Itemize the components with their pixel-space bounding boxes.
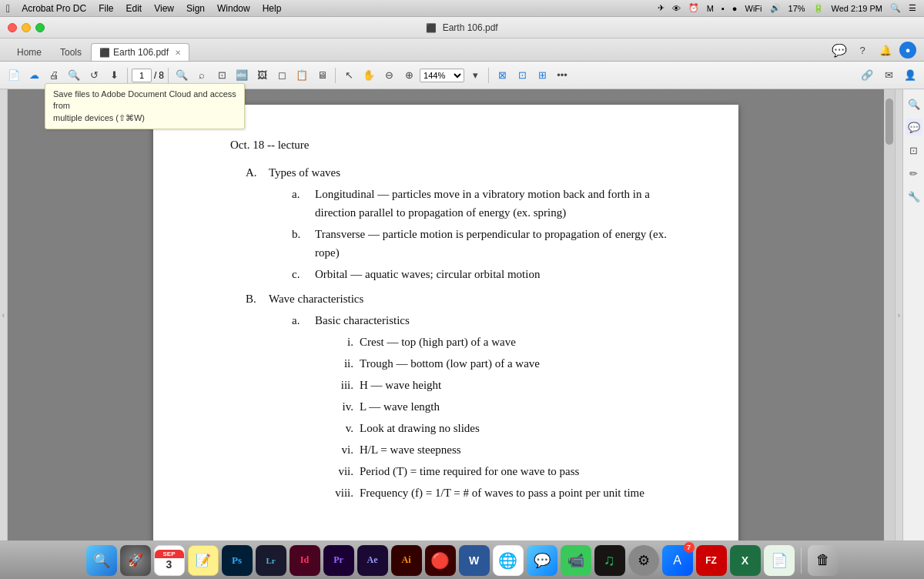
ocr-btn[interactable]: 🔤 — [233, 66, 251, 85]
hand-tool[interactable]: ✋ — [360, 66, 378, 85]
zoom-level-select[interactable]: 144% 100% 150% 200% 75% — [420, 69, 464, 82]
dock-system-prefs[interactable]: ⚙ — [628, 545, 659, 576]
notification-icon[interactable]: 🔔 — [876, 41, 895, 59]
dock-trash[interactable]: 🗑 — [808, 545, 839, 576]
organize-btn[interactable]: ⊞ — [533, 66, 551, 85]
page-number-input[interactable] — [132, 69, 152, 82]
apple-menu[interactable]:  — [6, 2, 10, 15]
left-panel-toggle[interactable]: ‹ — [0, 89, 8, 541]
separator-3 — [335, 68, 336, 83]
link-btn[interactable]: 🔗 — [858, 66, 876, 85]
user-avatar[interactable]: ● — [899, 42, 916, 59]
view-toggle-btn[interactable]: ⊡ — [906, 142, 922, 159]
item-b-text: Transverse — particle motion is perpendi… — [315, 225, 692, 262]
roman-item-vi: vi. H/L = wave steepness — [323, 440, 692, 459]
menubar-edit[interactable]: Edit — [121, 3, 148, 14]
scrollbar[interactable] — [884, 89, 895, 541]
dock-after-effects[interactable]: Ae — [357, 545, 388, 576]
datetime: Wed 2:19 PM — [832, 4, 882, 13]
cursor-tool[interactable]: ↖ — [340, 66, 358, 85]
dock-calendar[interactable]: SEP 3 — [154, 545, 185, 576]
crop-btn[interactable]: ⊠ — [493, 66, 511, 85]
menubar-sign[interactable]: Sign — [181, 3, 210, 14]
screen-btn[interactable]: 🖥 — [313, 66, 331, 85]
dock-messages[interactable]: 💬 — [527, 545, 557, 576]
wifi-icon: WiFi — [745, 4, 762, 13]
scrollbar-thumb[interactable] — [886, 99, 893, 145]
pen-tool-btn[interactable]: ✏ — [906, 165, 922, 182]
dock-excel[interactable]: X — [730, 545, 761, 576]
dock-finder[interactable]: 🔍 — [86, 545, 117, 576]
roman-items: i. Crest — top (high part) of a wave ii.… — [323, 333, 692, 502]
download-btn[interactable]: ⬇ — [105, 66, 123, 85]
dock-appstore[interactable]: A 7 — [662, 545, 693, 576]
comment-icon[interactable]: 💬 — [830, 41, 849, 59]
right-panel-toggle[interactable]: › — [895, 89, 902, 541]
whatsapp-icon: ● — [732, 4, 738, 13]
search-icon[interactable]: 🔍 — [890, 3, 901, 13]
new-document-btn[interactable]: 📄 — [5, 66, 23, 85]
dock-spotify[interactable]: ♫ — [594, 545, 625, 576]
previous-view-btn[interactable]: ↺ — [85, 66, 103, 85]
search-doc-btn[interactable]: 🔍 — [172, 66, 191, 85]
form-btn[interactable]: 📋 — [293, 66, 311, 85]
dock-launchpad[interactable]: 🚀 — [120, 545, 151, 576]
dock-premiere[interactable]: Pr — [323, 545, 354, 576]
fullscreen-button[interactable] — [35, 23, 45, 32]
sub-item-a-title: Basic characteristics — [315, 311, 410, 330]
share-btn[interactable]: 👤 — [901, 66, 919, 85]
phone-icon: ▪ — [721, 4, 725, 13]
tab-home[interactable]: Home — [8, 44, 51, 61]
menubar-file[interactable]: File — [93, 3, 119, 14]
menubar-app-name[interactable]: Acrobat Pro DC — [16, 3, 92, 14]
dock-illustrator[interactable]: Ai — [391, 545, 422, 576]
menubar-help[interactable]: Help — [257, 3, 287, 14]
email-btn[interactable]: ✉ — [879, 66, 898, 85]
dock-notes[interactable]: 📝 — [188, 545, 219, 576]
dock-lightroom[interactable]: Lr — [256, 545, 286, 576]
tab-tools[interactable]: Tools — [51, 44, 91, 61]
search-alt-btn[interactable]: ⌕ — [192, 66, 211, 85]
dock-acrobat[interactable]: 🔴 — [425, 545, 456, 576]
page-separator: / — [154, 70, 156, 81]
zoom-out-small-btn[interactable]: ⊖ — [380, 66, 398, 85]
titlebar: ⬛ Earth 106.pdf — [0, 17, 924, 38]
comment-tool-btn[interactable]: 💬 — [906, 119, 922, 136]
cloud-upload-btn[interactable]: ☁ — [25, 66, 43, 85]
sub-item-a-label: a. — [292, 311, 315, 330]
section-b-header: B. Wave characteristics — [246, 290, 692, 308]
minimize-button[interactable] — [22, 23, 31, 32]
dock-word[interactable]: W — [459, 545, 490, 576]
dock-photoshop[interactable]: Ps — [222, 545, 253, 576]
zoom-in-btn[interactable]: ⊕ — [400, 66, 418, 85]
section-a: A. Types of waves a. Longitudinal — part… — [246, 163, 692, 283]
item-c-label: c. — [292, 265, 315, 283]
zoom-out-btn[interactable]: 🔍 — [65, 66, 83, 85]
toolbar-right: 🔗 ✉ 👤 — [858, 66, 919, 85]
more-tools-btn[interactable]: ••• — [553, 66, 571, 85]
close-button[interactable] — [8, 23, 17, 32]
dock-filezilla[interactable]: FZ — [696, 545, 727, 576]
tab-close-button[interactable]: ✕ — [175, 49, 181, 57]
mail-icon: M — [707, 4, 714, 13]
dock-pages[interactable]: 📄 — [764, 545, 795, 576]
print-btn[interactable]: 🖨 — [45, 66, 63, 85]
separator-2 — [168, 68, 169, 83]
wrench-tool-btn[interactable]: 🔧 — [906, 188, 922, 205]
tab-document[interactable]: ⬛ Earth 106.pdf ✕ — [91, 43, 189, 61]
dock-chrome[interactable]: 🌐 — [493, 545, 524, 576]
zoom-dropdown-btn[interactable]: ▾ — [466, 66, 484, 85]
menubar-view[interactable]: View — [149, 3, 179, 14]
photo-btn[interactable]: 🖼 — [253, 66, 271, 85]
dock-indesign[interactable]: Id — [290, 545, 320, 576]
menubar-window[interactable]: Window — [212, 3, 256, 14]
help-icon[interactable]: ? — [853, 41, 872, 59]
page-view-btn[interactable]: ⊡ — [513, 66, 531, 85]
control-center-icon[interactable]: ☰ — [909, 3, 916, 13]
search-tool-btn[interactable]: 🔍 — [906, 95, 922, 112]
stamp-btn[interactable]: ◻ — [273, 66, 291, 85]
fit-page-btn[interactable]: ⊡ — [213, 66, 231, 85]
roman-item-iv: iv. L — wave length — [323, 397, 692, 416]
eye-icon: 👁 — [672, 4, 681, 13]
dock-facetime[interactable]: 📹 — [561, 545, 591, 576]
